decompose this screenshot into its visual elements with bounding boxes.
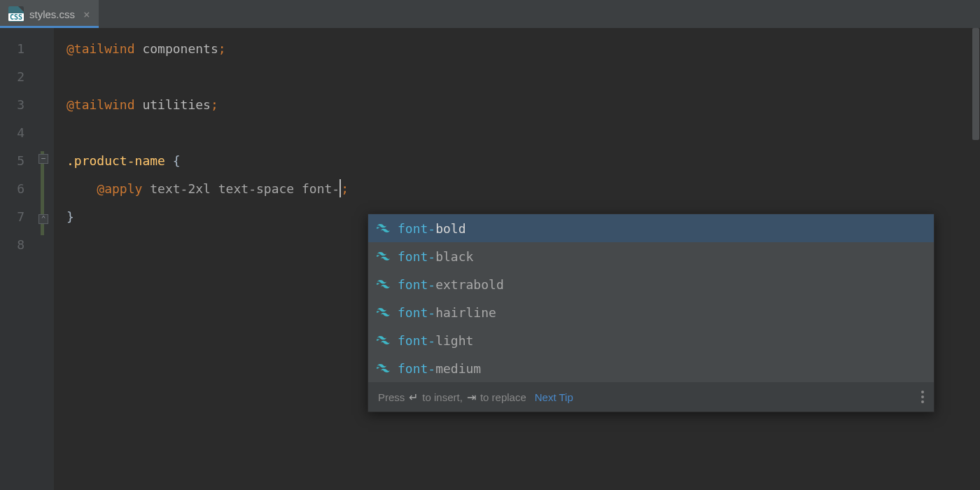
tailwind-icon xyxy=(377,221,391,235)
autocomplete-label: font-bold xyxy=(398,221,466,236)
tailwind-icon xyxy=(377,249,391,263)
autocomplete-item[interactable]: font-hairline xyxy=(368,298,934,326)
more-options-icon[interactable] xyxy=(921,391,924,403)
tailwind-icon xyxy=(377,305,391,319)
tailwind-icon xyxy=(377,277,391,291)
tailwind-icon xyxy=(377,361,391,375)
autocomplete-footer: Press ↵ to insert, ⇥ to replace Next Tip xyxy=(368,382,934,412)
code-line: .product-name { xyxy=(66,147,980,175)
footer-label: Press xyxy=(378,391,405,403)
editor-tab[interactable]: CSS styles.css × xyxy=(0,0,99,28)
line-number: 5 xyxy=(0,147,38,175)
tab-bar: CSS styles.css × xyxy=(0,0,980,28)
vertical-scrollbar[interactable] xyxy=(972,28,980,490)
line-number: 2 xyxy=(0,63,38,91)
autocomplete-item[interactable]: font-black xyxy=(368,242,934,270)
line-number: 6 xyxy=(0,175,38,203)
autocomplete-label: font-hairline xyxy=(398,305,496,320)
fold-collapse-icon[interactable]: − xyxy=(38,154,48,164)
tab-key-icon: ⇥ xyxy=(467,391,476,404)
line-number: 3 xyxy=(0,91,38,119)
code-line: @tailwind utilities; xyxy=(66,91,980,119)
code-line: @tailwind components; xyxy=(66,35,980,63)
code-line xyxy=(66,63,980,91)
autocomplete-label: font-black xyxy=(398,249,473,264)
fold-end-icon[interactable]: ⌃ xyxy=(38,214,48,224)
autocomplete-label: font-extrabold xyxy=(398,277,504,292)
close-icon[interactable]: × xyxy=(83,8,90,21)
autocomplete-item[interactable]: font-bold xyxy=(368,214,934,242)
next-tip-link[interactable]: Next Tip xyxy=(535,391,573,403)
css-file-icon: CSS xyxy=(8,6,24,22)
line-gutter: ▶ 1 2 3 4 5 6 7 8 xyxy=(0,28,38,490)
tailwind-icon xyxy=(377,333,391,347)
line-number: 1 xyxy=(0,35,38,63)
line-number: 8 xyxy=(0,231,38,259)
autocomplete-item[interactable]: font-medium xyxy=(368,354,934,382)
fold-column: − ⌃ xyxy=(38,28,54,490)
autocomplete-item[interactable]: font-extrabold xyxy=(368,270,934,298)
code-line: @apply text-2xl text-space font-; xyxy=(66,175,980,203)
autocomplete-label: font-light xyxy=(398,333,473,348)
autocomplete-label: font-medium xyxy=(398,361,481,376)
autocomplete-item[interactable]: font-light xyxy=(368,326,934,354)
code-line xyxy=(66,119,980,147)
tab-title: styles.css xyxy=(29,8,75,20)
line-number: 4 xyxy=(0,119,38,147)
footer-label: to insert, xyxy=(422,391,463,403)
footer-label: to replace xyxy=(480,391,526,403)
scrollbar-thumb[interactable] xyxy=(972,28,979,140)
line-number: 7 xyxy=(0,203,38,231)
editor-area: ▶ 1 2 3 4 5 6 7 8 − ⌃ @tailwind componen… xyxy=(0,28,980,490)
enter-key-icon: ↵ xyxy=(409,391,418,404)
autocomplete-popup: font-boldfont-blackfont-extraboldfont-ha… xyxy=(368,214,934,412)
